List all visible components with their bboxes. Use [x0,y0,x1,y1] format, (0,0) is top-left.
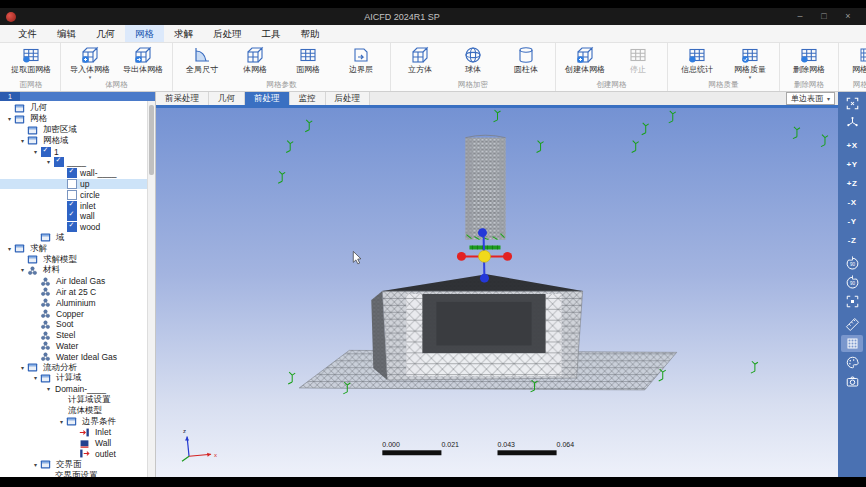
visibility-checkbox[interactable] [54,157,64,167]
maximize-button[interactable]: □ [812,8,836,25]
expander-icon[interactable] [57,417,66,427]
toolbar-color-palette-button[interactable] [841,354,863,371]
tree-item-material-copper[interactable]: Copper [0,308,155,319]
tree-item-material-water-ideal-gas[interactable]: Water Ideal Gas [0,351,155,362]
expander-icon[interactable] [31,460,40,470]
tree-item-solve[interactable]: 求解 [0,243,155,254]
menu-item-mesh[interactable]: 网格 [125,25,164,42]
tree-item-materials[interactable]: 材料 [0,265,155,276]
expander-icon[interactable] [5,244,14,254]
ribbon-stop-button[interactable]: 停止 [612,44,664,75]
ribbon-volume-mesh-button[interactable]: 体网格 [229,44,281,75]
viewport-tab-monitor[interactable]: 监控 [290,92,326,105]
toolbar-mesh-display-button[interactable] [841,335,863,352]
visibility-checkbox[interactable] [67,168,77,178]
expander-icon[interactable] [18,363,27,373]
visibility-checkbox[interactable] [41,147,51,157]
ribbon-global-size-button[interactable]: 全局尺寸 [176,44,228,75]
expander-icon[interactable] [31,147,40,157]
tree-item-interface-settings[interactable]: 交界面设置 [0,470,155,477]
surface-mode-dropdown[interactable]: 单边表面 [786,92,835,105]
viewport-tab-post-view[interactable]: 后处理 [326,92,371,105]
ribbon-mesh-quality-button[interactable]: 网格质量 [724,44,776,79]
toolbar-zoom-box-button[interactable] [841,293,863,310]
furnace-body-mesh[interactable] [371,274,582,380]
toolbar-view-minus-z-button[interactable]: -Z [841,232,863,249]
tree-item-surface-wall-group[interactable]: wall-____ [0,168,155,179]
expander-icon[interactable] [44,384,53,394]
tree-item-refine-region[interactable]: 加密区域 [0,125,155,136]
tree-item-flow-analysis[interactable]: 流动分析 [0,362,155,373]
panel-tab-1[interactable]: 1 [0,92,20,101]
tree-item-boundary-conditions[interactable]: 边界条件 [0,416,155,427]
visibility-checkbox[interactable] [67,201,77,211]
tree-item-surface-wall[interactable]: wall [0,211,155,222]
gizmo-x-plus-handle[interactable] [503,252,512,261]
gizmo-center-handle[interactable] [478,250,490,262]
tree-item-material-water[interactable]: Water [0,341,155,352]
expander-icon[interactable] [44,157,53,167]
tree-item-interfaces[interactable]: 交界面 [0,459,155,470]
tree-item-mesh[interactable]: 网格 [0,114,155,125]
visibility-checkbox[interactable] [67,179,77,189]
expander-icon[interactable] [5,114,14,124]
visibility-checkbox[interactable] [67,190,77,200]
toolbar-rotate-ccw-90-button[interactable]: 90 [841,255,863,272]
viewport-tab-pre-process[interactable]: 前处理 [245,92,290,105]
gizmo-z-plus-handle[interactable] [478,228,487,237]
tree-item-domain-settings[interactable]: 计算域设置 [0,395,155,406]
expander-icon[interactable] [31,373,40,383]
toolbar-view-plus-y-button[interactable]: +Y [841,156,863,173]
toolbar-view-minus-y-button[interactable]: -Y [841,213,863,230]
close-button[interactable]: × [836,8,860,25]
ribbon-delete-mesh-button[interactable]: 删除网格 [783,44,835,75]
tree-item-mesh-domain-1[interactable]: 1 [0,146,155,157]
ribbon-info-statistics-button[interactable]: 信息统计 [671,44,723,75]
tree-item-surface-inlet[interactable]: inlet [0,200,155,211]
gizmo-z-minus-handle[interactable] [480,274,489,283]
toolbar-view-plus-z-button[interactable]: +Z [841,175,863,192]
menu-item-geometry[interactable]: 几何 [86,25,125,42]
tree-item-domain[interactable]: Domain-____ [0,384,155,395]
menu-item-tools[interactable]: 工具 [252,25,291,42]
tree-item-material-steel[interactable]: Steel [0,330,155,341]
tree-item-surface-wood[interactable]: wood [0,222,155,233]
toolbar-isometric-view-button[interactable] [841,114,863,131]
ribbon-boundary-layer-button[interactable]: 边界层 [335,44,387,75]
ribbon-refine-sphere-button[interactable]: 球体 [447,44,499,75]
menu-item-edit[interactable]: 编辑 [47,25,86,42]
ribbon-refine-cylinder-button[interactable]: 圆柱体 [500,44,552,75]
menu-item-help[interactable]: 帮助 [291,25,330,42]
expander-icon[interactable] [18,265,27,275]
toolbar-view-plus-x-button[interactable]: +X [841,137,863,154]
toolbar-fit-view-button[interactable] [841,95,863,112]
minimize-button[interactable]: – [788,8,812,25]
ribbon-export-volume-mesh-button[interactable]: 导出体网格 [117,44,169,75]
visibility-checkbox[interactable] [67,211,77,221]
viewport-3d-scene[interactable]: z x 0.000 0.021 0.043 0.064 [156,108,838,477]
tree-item-surface-up[interactable]: up [0,179,155,190]
ribbon-extract-surface-mesh-button[interactable]: 提取面网格 [5,44,57,75]
tree-item-bc-outlet[interactable]: outlet [0,449,155,460]
expander-icon[interactable] [18,136,27,146]
ribbon-surface-mesh-button[interactable]: 面网格 [282,44,334,75]
viewport-tab-geometry-view[interactable]: 几何 [209,92,245,105]
ribbon-import-volume-mesh-button[interactable]: 导入体网格 [64,44,116,79]
tree-item-geometry[interactable]: 几何 [0,103,155,114]
tree-item-part-blank[interactable]: ____ [0,157,155,168]
chimney-mesh[interactable] [465,135,505,239]
menu-item-post-process[interactable]: 后处理 [203,25,252,42]
tree-item-fluid-model[interactable]: 流体模型 [0,405,155,416]
tree-item-computational-domain[interactable]: 计算域 [0,373,155,384]
toolbar-rotate-cw-90-button[interactable]: 90 [841,274,863,291]
tree-item-material-aluminium[interactable]: Aluminium [0,297,155,308]
viewport-tab-pre-sampling[interactable]: 前采处理 [156,92,209,105]
toolbar-measure-ruler-button[interactable] [841,316,863,333]
toolbar-screenshot-camera-button[interactable] [841,373,863,390]
visibility-checkbox[interactable] [67,222,77,232]
tree-item-mesh-domain[interactable]: 网格域 [0,135,155,146]
gizmo-x-minus-handle[interactable] [457,252,466,261]
ribbon-create-volume-mesh-button[interactable]: 创建体网格 [559,44,611,75]
ribbon-refine-cube-button[interactable]: 立方体 [394,44,446,75]
tree-scrollbar[interactable] [147,101,155,477]
